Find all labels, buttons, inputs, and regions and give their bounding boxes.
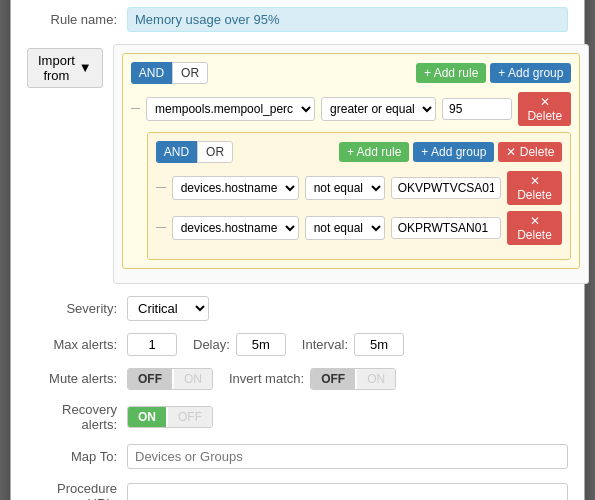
inner-rule-row-0: devices.hostname not equal ✕ Delete <box>156 171 563 205</box>
modal-body: Rule name: Import from ▼ AND OR <box>11 0 584 500</box>
inner-delete-button-0[interactable]: ✕ Delete <box>507 171 563 205</box>
recovery-alerts-label: Recovery alerts: <box>27 402 127 432</box>
procedure-url-row: Procedure URL: <box>27 481 568 501</box>
add-rule-button[interactable]: + Add rule <box>416 63 486 83</box>
inner-value-input-0[interactable] <box>391 177 501 199</box>
inner-field-select-1[interactable]: devices.hostname <box>172 216 299 240</box>
interval-label: Interval: <box>302 337 348 352</box>
alert-rules-modal: ⚡ Health 📶 Wireless 🔲 Apps ⚙ Routing ⚠ A… <box>10 0 585 500</box>
rule-connector-1 <box>156 227 166 228</box>
outer-rule-row: mempools.mempool_perc greater or equal ✕… <box>131 92 572 126</box>
map-to-row: Map To: <box>27 444 568 469</box>
import-from-button[interactable]: Import from ▼ <box>27 48 103 88</box>
mute-toggle[interactable]: OFF ON <box>127 368 213 390</box>
recovery-on-button[interactable]: ON <box>128 407 166 427</box>
invert-off-button[interactable]: OFF <box>311 369 355 389</box>
rule-name-input[interactable] <box>127 7 568 32</box>
procedure-url-label: Procedure URL: <box>27 481 127 501</box>
rule-connector <box>131 108 140 109</box>
inner-group-header: AND OR + Add rule + Add group ✕ Delete <box>156 141 563 163</box>
inner-or-button[interactable]: OR <box>197 141 233 163</box>
inner-group: AND OR + Add rule + Add group ✕ Delete <box>147 132 572 260</box>
inner-and-button[interactable]: AND <box>156 141 197 163</box>
severity-select[interactable]: Critical Warning OK <box>127 296 209 321</box>
inner-field-select-0[interactable]: devices.hostname <box>172 176 299 200</box>
map-to-input[interactable] <box>127 444 568 469</box>
rule-name-label: Rule name: <box>27 12 127 27</box>
delay-label: Delay: <box>193 337 230 352</box>
import-label: Import from <box>38 53 75 83</box>
outer-value-input[interactable] <box>442 98 512 120</box>
recovery-off-button[interactable]: OFF <box>168 407 212 427</box>
severity-row: Severity: Critical Warning OK <box>27 296 568 321</box>
outer-operator-select[interactable]: greater or equal <box>321 97 436 121</box>
inner-delete-button-1[interactable]: ✕ Delete <box>507 211 563 245</box>
mute-alerts-label: Mute alerts: <box>27 371 127 386</box>
max-alerts-label: Max alerts: <box>27 337 127 352</box>
inner-add-group-button[interactable]: + Add group <box>413 142 494 162</box>
outer-group: AND OR + Add rule + Add group mempools.m… <box>122 53 581 269</box>
mute-off-button[interactable]: OFF <box>128 369 172 389</box>
recovery-row: Recovery alerts: ON OFF <box>27 402 568 432</box>
alerts-row: Max alerts: Delay: Interval: <box>27 333 568 356</box>
rules-area: AND OR + Add rule + Add group mempools.m… <box>113 44 590 284</box>
delay-input[interactable] <box>236 333 286 356</box>
rule-name-row: Rule name: <box>27 7 568 32</box>
outer-field-select[interactable]: mempools.mempool_perc <box>146 97 315 121</box>
inner-operator-select-0[interactable]: not equal <box>305 176 385 200</box>
recovery-toggle[interactable]: ON OFF <box>127 406 213 428</box>
inner-operator-select-1[interactable]: not equal <box>305 216 385 240</box>
or-button[interactable]: OR <box>172 62 208 84</box>
invert-toggle[interactable]: OFF ON <box>310 368 396 390</box>
add-group-button[interactable]: + Add group <box>490 63 571 83</box>
max-alerts-input[interactable] <box>127 333 177 356</box>
invert-match-label: Invert match: <box>229 371 304 386</box>
outer-group-header: AND OR + Add rule + Add group <box>131 62 572 84</box>
import-area: Import from ▼ <box>27 44 113 88</box>
rules-row: Import from ▼ AND OR + Add rule + Add gr… <box>27 44 568 284</box>
mute-row: Mute alerts: OFF ON Invert match: OFF ON <box>27 368 568 390</box>
inner-rule-row-1: devices.hostname not equal ✕ Delete <box>156 211 563 245</box>
severity-label: Severity: <box>27 301 127 316</box>
interval-input[interactable] <box>354 333 404 356</box>
and-button[interactable]: AND <box>131 62 172 84</box>
rule-connector-0 <box>156 187 166 188</box>
and-or-toggle: AND OR <box>131 62 208 84</box>
map-to-label: Map To: <box>27 449 127 464</box>
outer-delete-button[interactable]: ✕ Delete <box>518 92 571 126</box>
procedure-url-input[interactable] <box>127 483 568 500</box>
dropdown-arrow-icon: ▼ <box>79 60 92 75</box>
mute-on-button[interactable]: ON <box>174 369 212 389</box>
invert-on-button[interactable]: ON <box>357 369 395 389</box>
inner-group-delete-button[interactable]: ✕ Delete <box>498 142 562 162</box>
inner-and-or-toggle: AND OR <box>156 141 233 163</box>
inner-value-input-1[interactable] <box>391 217 501 239</box>
inner-add-rule-button[interactable]: + Add rule <box>339 142 409 162</box>
